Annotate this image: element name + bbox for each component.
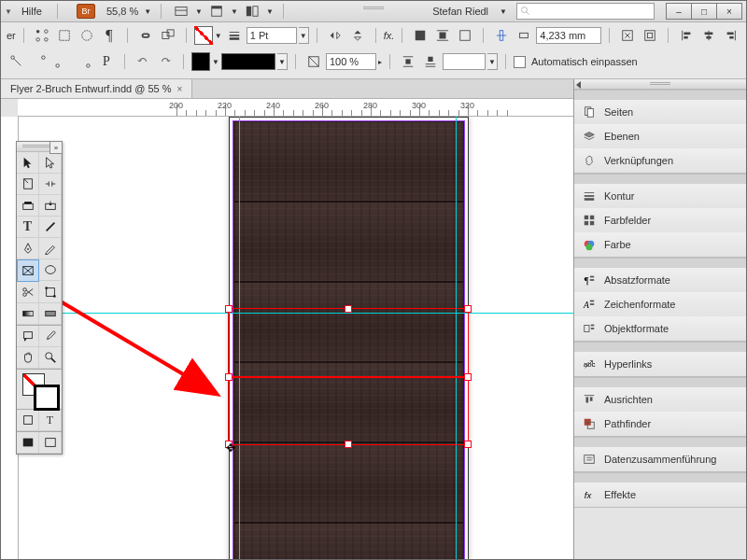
- panel-hyperlinks[interactable]: abcHyperlinks: [574, 352, 746, 376]
- pen-tool[interactable]: [17, 238, 39, 259]
- panel-seiten[interactable]: Seiten: [574, 100, 746, 124]
- resize-handle[interactable]: [225, 373, 233, 381]
- close-button[interactable]: ×: [717, 3, 742, 20]
- minimize-button[interactable]: –: [666, 3, 692, 20]
- dashed-circle-icon[interactable]: [77, 25, 97, 46]
- constrain-icon[interactable]: [491, 25, 512, 46]
- resize-handle[interactable]: [464, 373, 472, 381]
- fill-stroke-proxy[interactable]: [17, 370, 62, 409]
- flip-v-icon[interactable]: [347, 25, 368, 46]
- stroke-weight-field[interactable]: 1 Pt: [247, 27, 297, 44]
- direct-selection-tool[interactable]: [39, 152, 62, 174]
- textwrap-bound-icon[interactable]: [432, 25, 453, 46]
- content-collector-tool[interactable]: [17, 195, 39, 217]
- maximize-button[interactable]: □: [692, 3, 717, 20]
- canvas[interactable]: ✥: [19, 117, 573, 559]
- resize-handle[interactable]: [225, 305, 233, 313]
- ref-point-icon[interactable]: P: [96, 51, 117, 72]
- stroke-swatch-black[interactable]: [191, 52, 210, 71]
- chevron-down-icon[interactable]: ▼: [500, 7, 507, 16]
- type-tool[interactable]: T: [17, 217, 39, 238]
- tools-panel[interactable]: » T: [16, 141, 63, 455]
- group-icon[interactable]: [158, 25, 178, 46]
- textwrap-jump-icon[interactable]: [398, 51, 418, 72]
- chevron-down-icon[interactable]: ▼: [212, 58, 219, 66]
- panel-ausrichten[interactable]: Ausrichten: [574, 387, 746, 412]
- wrap-offset-dd[interactable]: ▼: [487, 53, 498, 70]
- apply-text-icon[interactable]: T: [39, 410, 62, 431]
- dock-header[interactable]: [574, 79, 746, 90]
- document-tab[interactable]: Flyer 2-Bruch Entwurf.indd @ 55 % ×: [1, 79, 192, 98]
- screen-mode-icon[interactable]: [206, 2, 227, 21]
- rectangle-frame-tool[interactable]: [17, 259, 39, 282]
- search-input[interactable]: [516, 3, 655, 20]
- expand-icon[interactable]: »: [49, 141, 63, 154]
- fill-swatch-none[interactable]: [194, 26, 213, 45]
- anchor-tr-icon[interactable]: [29, 51, 49, 72]
- align-right-icon[interactable]: [721, 25, 741, 46]
- stroke-style-preview[interactable]: [221, 53, 275, 70]
- zoom-tool[interactable]: [39, 347, 62, 369]
- panel-effekte[interactable]: fxEffekte: [574, 483, 746, 507]
- resize-handle[interactable]: [464, 305, 472, 313]
- corner-icon[interactable]: [32, 25, 52, 46]
- rectangle-tool[interactable]: [39, 259, 62, 281]
- chevron-down-icon[interactable]: ▼: [144, 7, 151, 16]
- scissors-tool[interactable]: [17, 282, 39, 303]
- fit-content-icon[interactable]: [617, 25, 638, 46]
- panel-verknuepfungen[interactable]: Verknüpfungen: [574, 148, 746, 173]
- anchor-tl-icon[interactable]: [7, 51, 27, 72]
- gradient-feather-tool[interactable]: [39, 303, 62, 325]
- panel-ebenen[interactable]: Ebenen: [574, 124, 746, 148]
- dashed-rect-icon[interactable]: [54, 25, 75, 46]
- gap-tool[interactable]: [39, 174, 62, 195]
- panel-objektformate[interactable]: Objektformate: [574, 316, 746, 341]
- page-tool[interactable]: [17, 174, 39, 195]
- rotate-cw-icon[interactable]: [155, 51, 176, 72]
- pencil-tool[interactable]: [39, 238, 62, 259]
- flip-h-icon[interactable]: [325, 25, 345, 46]
- panel-pathfinder[interactable]: Pathfinder: [574, 412, 746, 436]
- chevron-down-icon[interactable]: ▼: [215, 32, 222, 40]
- opacity-slider-icon[interactable]: ▸: [378, 58, 382, 66]
- line-tool[interactable]: [39, 217, 62, 238]
- arrange-icon[interactable]: [242, 2, 262, 21]
- zoom-level-display[interactable]: 55,8 %: [106, 6, 138, 17]
- link-chain-icon[interactable]: [135, 25, 156, 46]
- bridge-icon[interactable]: Br: [77, 4, 95, 19]
- rotate-ccw-icon[interactable]: [133, 51, 153, 72]
- wrap-offset-field[interactable]: [443, 53, 486, 70]
- normal-view-icon[interactable]: [17, 432, 39, 454]
- panel-datenzusammenfuehrung[interactable]: Datenzusammenführung: [574, 447, 746, 471]
- effects-label[interactable]: fx.: [384, 30, 395, 41]
- align-center-icon[interactable]: [698, 25, 719, 46]
- panel-zeichenformate[interactable]: AZeichenformate: [574, 292, 746, 316]
- selection-tool[interactable]: [17, 152, 39, 174]
- align-left-icon[interactable]: [676, 25, 697, 46]
- textwrap-shape-icon[interactable]: [455, 25, 475, 46]
- paragraph-ref-icon[interactable]: ¶: [99, 25, 120, 46]
- stroke-style-dropdown[interactable]: ▼: [277, 53, 288, 70]
- note-tool[interactable]: [17, 326, 39, 347]
- panel-kontur[interactable]: Kontur: [574, 184, 746, 208]
- dimension-field[interactable]: 4,233 mm: [536, 27, 601, 44]
- panel-farbe[interactable]: Farbe: [574, 232, 746, 257]
- free-transform-tool[interactable]: [39, 282, 62, 303]
- resize-handle[interactable]: [345, 441, 352, 448]
- tools-panel-header[interactable]: »: [17, 142, 62, 152]
- textwrap-none-icon[interactable]: [410, 25, 430, 46]
- opacity-field[interactable]: 100 %: [326, 53, 376, 70]
- autofit-checkbox[interactable]: [514, 56, 526, 68]
- close-icon[interactable]: ×: [177, 84, 183, 94]
- fit-frame-icon[interactable]: [640, 25, 660, 46]
- textwrap-skip-icon[interactable]: [420, 51, 441, 72]
- eyedropper-tool[interactable]: [39, 326, 62, 347]
- ruler-horizontal[interactable]: 200220240260280300320: [18, 99, 573, 117]
- content-placer-tool[interactable]: [39, 195, 62, 217]
- apply-container-icon[interactable]: [17, 410, 39, 431]
- preview-mode-icon[interactable]: [39, 432, 62, 454]
- gradient-swatch-tool[interactable]: [17, 303, 39, 325]
- collapse-panels-icon[interactable]: [576, 81, 581, 89]
- stroke-proxy[interactable]: [34, 385, 60, 411]
- anchor-bl-icon[interactable]: [51, 51, 72, 72]
